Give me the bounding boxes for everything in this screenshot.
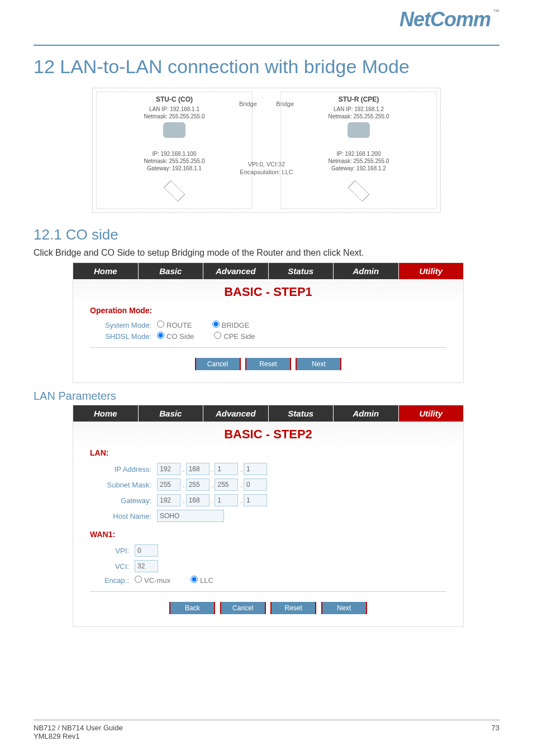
network-diagram-container: STU-C (CO) LAN IP: 192.168.1.1 Netmask: … [34,88,499,215]
wan1-section-label: WAN1: [90,530,446,539]
next-button[interactable]: Next [296,358,341,370]
footer-left: NB712 / NB714 User Guide YML829 Rev1 [34,724,123,740]
pc-icon [348,180,369,202]
step2-button-row: Back Cancel Reset Next [90,600,446,621]
route-option: ROUTE [166,321,192,329]
diagram-left-node: STU-C (CO) LAN IP: 192.168.1.1 Netmask: … [96,92,253,209]
step2-title: BASIC - STEP2 [73,422,463,448]
tab-utility[interactable]: Utility [399,405,464,422]
diagram-right-title: STU-R (CPE) [281,95,436,103]
step1-title: BASIC - STEP1 [73,279,463,306]
next-button[interactable]: Next [321,602,367,614]
step2-screenshot: Home Basic Advanced Status Admin Utility… [73,405,464,627]
encap-row: Encap.: VC-mux LLC [90,576,446,585]
tab-advanced[interactable]: Advanced [203,263,269,279]
lan-section-label: LAN: [90,448,446,457]
radio-bridge[interactable] [212,320,220,328]
vpi-label: VPI: [90,547,129,555]
divider [90,347,446,348]
tab-bar: Home Basic Advanced Status Admin Utility [73,263,463,279]
diagram-right-pcip: IP: 192.168.1.200 [337,151,381,157]
tab-home[interactable]: Home [73,405,139,422]
gateway-octet-3[interactable] [215,494,238,506]
vci-row: VCI: [90,560,446,572]
back-button[interactable]: Back [169,602,215,614]
ip-address-label: IP Address: [90,465,151,473]
tab-status[interactable]: Status [269,263,334,279]
brand-name: NetComm [399,8,491,31]
page-footer: NB712 / NB714 User Guide YML829 Rev1 73 [34,720,499,740]
diagram-left-netmask: Netmask: 255.255.255.0 [144,113,205,119]
vcmux-option: VC-mux [144,576,170,585]
section-12-1-text: Click Bridge and CO Side to setup Bridgi… [34,248,499,258]
radio-vcmux[interactable] [135,576,142,583]
tab-utility[interactable]: Utility [399,263,464,279]
vpi-row: VPI: [90,544,446,557]
operation-mode-label: Operation Mode: [90,306,446,315]
gateway-octet-2[interactable] [186,494,210,506]
router-icon [348,122,370,138]
encap-label: Encap.: [90,576,129,585]
subnet-label: Subnet Mask: [90,481,151,489]
gateway-octet-4[interactable] [244,494,267,506]
hostname-label: Host Name: [90,512,151,520]
page-title: 12 LAN-to-LAN connection with bridge Mod… [34,56,499,78]
footer-rev: YML829 Rev1 [34,732,123,740]
reset-button[interactable]: Reset [245,358,291,370]
subnet-octet-4[interactable] [244,479,267,491]
hostname-row: Host Name: [90,510,446,522]
divider [90,591,446,592]
bridge-option: BRIDGE [222,321,250,329]
tab-admin[interactable]: Admin [334,263,399,279]
tab-basic[interactable]: Basic [139,405,204,422]
vpi-input[interactable] [135,544,158,557]
diagram-right-netmask: Netmask: 255.255.255.0 [329,113,389,119]
shdsl-mode-label: SHDSL Mode: [90,332,151,341]
brand-logo: NetComm™ [399,8,499,31]
trademark: ™ [493,8,499,16]
llc-option: LLC [200,576,213,585]
diagram-right-node: STU-R (CPE) LAN IP: 192.168.1.2 Netmask:… [280,92,437,209]
section-12-1-title: 12.1 CO side [34,226,499,243]
tab-basic[interactable]: Basic [139,263,204,279]
subnet-octet-1[interactable] [157,479,180,491]
lan-parameters-title: LAN Parameters [34,390,499,403]
ip-octet-2[interactable] [186,463,210,475]
reset-button[interactable]: Reset [270,602,316,614]
ip-octet-3[interactable] [215,463,238,475]
radio-co-side[interactable] [157,332,164,339]
tab-home[interactable]: Home [73,263,139,279]
hostname-input[interactable] [157,510,224,522]
cancel-button[interactable]: Cancel [195,358,241,370]
subnet-octet-3[interactable] [215,479,238,491]
gateway-octet-1[interactable] [157,494,180,506]
subnet-row: Subnet Mask: . . . [90,479,446,491]
network-diagram: STU-C (CO) LAN IP: 192.168.1.1 Netmask: … [92,88,441,213]
cancel-button[interactable]: Cancel [220,602,266,614]
shdsl-mode-row: SHDSL Mode: CO Side CPE Side [90,332,446,341]
system-mode-row: System Mode: ROUTE BRIDGE [90,320,446,329]
diagram-left-pcip: IP: 192.168.1.100 [153,151,197,157]
tab-advanced[interactable]: Advanced [203,405,269,422]
footer-guide-name: NB712 / NB714 User Guide [34,724,123,732]
co-side-option: CO Side [166,332,194,341]
tab-admin[interactable]: Admin [334,405,399,422]
radio-llc[interactable] [191,576,198,583]
diagram-left-title: STU-C (CO) [97,95,252,103]
radio-cpe-side[interactable] [214,332,221,339]
ip-octet-4[interactable] [244,463,267,475]
diagram-right-lanip: LAN IP: 192.168.1.2 [334,106,384,112]
step1-button-row: Cancel Reset Next [90,356,446,377]
radio-route[interactable] [157,320,164,328]
ip-octet-1[interactable] [157,463,180,475]
pc-icon [164,180,185,202]
subnet-octet-2[interactable] [186,479,210,491]
cpe-side-option: CPE Side [223,332,255,341]
footer-page-num: 73 [492,724,499,740]
diagram-left-lanip: LAN IP: 192.168.1.1 [149,106,199,112]
bridge-label-left: Bridge [239,101,257,107]
gateway-row: Gateway: . . . [90,494,446,506]
tab-status[interactable]: Status [269,405,334,422]
system-mode-label: System Mode: [90,321,151,329]
vci-input[interactable] [135,560,158,572]
